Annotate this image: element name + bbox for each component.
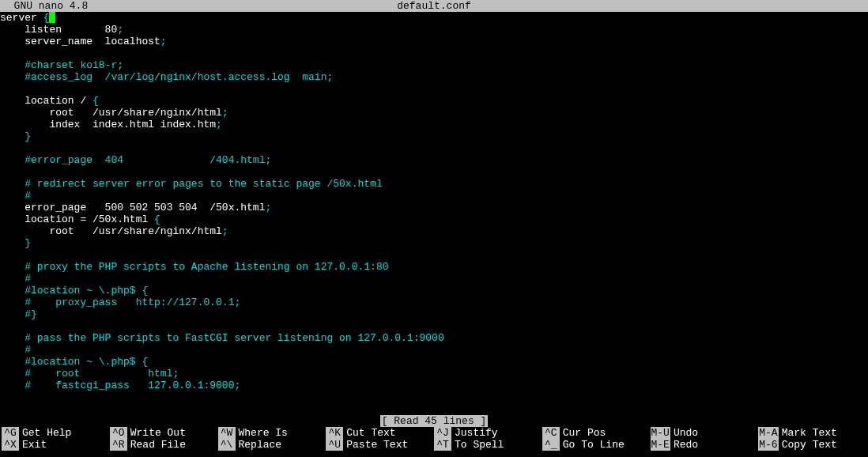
editor-line[interactable] — [0, 142, 868, 154]
editor-line[interactable] — [0, 83, 868, 95]
text-segment: # — [0, 273, 31, 285]
text-segment: ; — [222, 107, 228, 119]
status-text: [ Read 45 lines ] — [380, 415, 489, 427]
editor-line[interactable]: # proxy_pass http://127.0.0.1; — [0, 296, 868, 308]
shortcut-desc: Get Help — [19, 427, 71, 439]
shortcut-replace[interactable]: ^\Replace — [218, 439, 326, 451]
shortcut-write-out[interactable]: ^OWrite Out — [110, 427, 218, 439]
status-line: [ Read 45 lines ] — [0, 415, 868, 427]
text-segment: #access_log /var/log/nginx/host.access.l… — [0, 71, 333, 83]
shortcut-key: ^\ — [218, 439, 236, 451]
editor-line[interactable]: #} — [0, 308, 868, 320]
shortcut-key: M-6 — [758, 439, 778, 451]
shortcut-exit[interactable]: ^XExit — [2, 439, 110, 451]
editor-line[interactable]: #location ~ \.php$ { — [0, 285, 868, 296]
editor-line[interactable]: root /usr/share/nginx/html; — [0, 225, 868, 237]
editor-line[interactable]: # pass the PHP scripts to FastCGI server… — [0, 332, 868, 344]
editor-line[interactable]: root /usr/share/nginx/html; — [0, 107, 868, 119]
shortcut-desc: Redo — [670, 439, 698, 451]
shortcut-cur-pos[interactable]: ^CCur Pos — [542, 427, 651, 439]
editor-line[interactable]: index index.html index.htm; — [0, 119, 868, 130]
shortcut-go-to-line[interactable]: ^_Go To Line — [542, 439, 651, 451]
text-segment: { — [43, 12, 50, 24]
shortcut-justify[interactable]: ^JJustify — [434, 427, 542, 439]
text-segment: # proxy_pass http://127.0.0.1; — [0, 296, 240, 308]
text-segment: #location ~ \.php$ { — [0, 285, 148, 296]
text-segment: { — [92, 95, 99, 107]
editor-line[interactable]: # — [0, 190, 868, 202]
text-segment: # fastcgi_pass 127.0.0.1:9000; — [0, 380, 240, 391]
editor-line[interactable]: listen 80; — [0, 24, 868, 36]
text-segment: ; — [117, 24, 123, 36]
editor-line[interactable]: #error_page 404 /404.html; — [0, 154, 868, 166]
editor-line[interactable] — [0, 391, 868, 403]
editor-line[interactable]: location = /50x.html { — [0, 213, 868, 225]
text-segment: # redirect server error pages to the sta… — [0, 178, 383, 190]
text-segment: ; — [216, 119, 222, 130]
text-segment: root /usr/share/nginx/html — [0, 225, 222, 237]
editor-line[interactable]: # redirect server error pages to the sta… — [0, 178, 868, 190]
editor-line[interactable]: # — [0, 273, 868, 285]
editor-line[interactable] — [0, 47, 868, 59]
text-segment: # proxy the PHP scripts to Apache listen… — [0, 261, 388, 273]
shortcut-copy-text[interactable]: M-6Copy Text — [758, 439, 866, 451]
editor-line[interactable] — [0, 166, 868, 178]
editor-line[interactable]: # — [0, 344, 868, 356]
editor-line[interactable]: server_name localhost; — [0, 36, 868, 47]
editor-line[interactable] — [0, 403, 868, 415]
editor-content[interactable]: server { listen 80; server_name localhos… — [0, 12, 868, 415]
text-segment: index index.html index.htm — [0, 119, 216, 130]
shortcut-desc: Where Is — [236, 427, 288, 439]
shortcut-key: ^J — [434, 427, 451, 439]
shortcut-key: ^_ — [542, 439, 560, 451]
text-segment: { — [154, 213, 160, 225]
shortcut-key: ^W — [218, 427, 236, 439]
editor-line[interactable]: server { — [0, 12, 868, 24]
shortcut-key: ^O — [110, 427, 127, 439]
editor-line[interactable]: #location ~ \.php$ { — [0, 356, 868, 368]
shortcut-key: M-E — [651, 439, 670, 451]
shortcut-get-help[interactable]: ^GGet Help — [2, 427, 110, 439]
shortcut-to-spell[interactable]: ^TTo Spell — [434, 439, 542, 451]
shortcut-desc: Cur Pos — [560, 427, 606, 439]
text-segment: listen 80 — [0, 24, 117, 36]
text-segment — [0, 130, 25, 142]
shortcut-desc: Exit — [19, 439, 47, 451]
text-segment: # root html; — [0, 368, 179, 380]
shortcut-cut-text[interactable]: ^KCut Text — [326, 427, 434, 439]
editor-line[interactable]: location / { — [0, 95, 868, 107]
editor-line[interactable]: # proxy the PHP scripts to Apache listen… — [0, 261, 868, 273]
shortcut-undo[interactable]: M-UUndo — [651, 427, 759, 439]
editor-line[interactable]: } — [0, 130, 868, 142]
text-segment: location / — [0, 95, 92, 107]
editor-line[interactable]: # root html; — [0, 368, 868, 380]
editor-line[interactable]: #charset koi8-r; — [0, 59, 868, 71]
shortcut-redo[interactable]: M-ERedo — [651, 439, 759, 451]
text-segment — [0, 237, 25, 249]
text-segment: error_page 500 502 503 504 /50x.html — [0, 202, 265, 213]
app-name: GNU nano 4.8 — [2, 0, 88, 12]
shortcut-mark-text[interactable]: M-AMark Text — [758, 427, 866, 439]
shortcut-desc: Go To Line — [560, 439, 625, 451]
shortcut-key: ^T — [434, 439, 451, 451]
shortcut-desc: To Spell — [451, 439, 504, 451]
text-segment: ; — [265, 202, 271, 213]
editor-line[interactable]: } — [0, 237, 868, 249]
text-segment: location = /50x.html — [0, 213, 154, 225]
shortcut-where-is[interactable]: ^WWhere Is — [218, 427, 326, 439]
filename: default.conf — [88, 0, 780, 12]
editor-line[interactable]: error_page 500 502 503 504 /50x.html; — [0, 202, 868, 213]
editor-line[interactable] — [0, 249, 868, 261]
shortcut-desc: Replace — [236, 439, 282, 451]
shortcut-paste-text[interactable]: ^UPaste Text — [326, 439, 434, 451]
titlebar: GNU nano 4.8 default.conf — [0, 0, 868, 12]
editor-line[interactable] — [0, 320, 868, 332]
editor-line[interactable]: # fastcgi_pass 127.0.0.1:9000; — [0, 380, 868, 391]
shortcut-key: M-U — [651, 427, 670, 439]
shortcut-read-file[interactable]: ^RRead File — [110, 439, 218, 451]
text-segment: #location ~ \.php$ { — [0, 356, 148, 368]
text-segment: #charset koi8-r; — [0, 59, 123, 71]
text-segment: #error_page 404 /404.html; — [0, 154, 271, 166]
text-segment: } — [25, 130, 31, 142]
editor-line[interactable]: #access_log /var/log/nginx/host.access.l… — [0, 71, 868, 83]
